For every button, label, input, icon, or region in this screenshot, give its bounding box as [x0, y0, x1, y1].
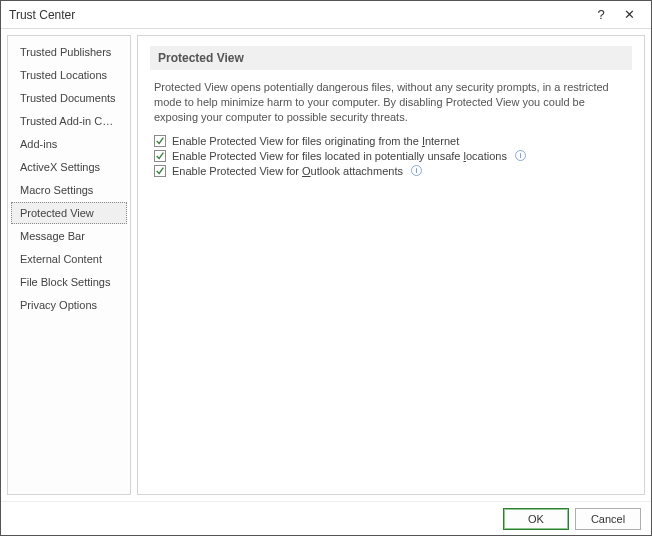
section-header: Protected View — [150, 46, 632, 70]
sidebar: Trusted PublishersTrusted LocationsTrust… — [7, 35, 131, 495]
help-button[interactable]: ? — [587, 1, 615, 29]
option-row-1: Enable Protected View for files located … — [154, 150, 628, 162]
titlebar: Trust Center ? ✕ — [1, 1, 651, 29]
help-icon: ? — [597, 7, 604, 22]
sidebar-item-trusted-add-in-catalogs[interactable]: Trusted Add-in Catalogs — [11, 110, 127, 132]
option-checkbox-1[interactable] — [154, 150, 166, 162]
dialog-body: Trusted PublishersTrusted LocationsTrust… — [1, 29, 651, 501]
cancel-button[interactable]: Cancel — [575, 508, 641, 530]
sidebar-item-trusted-publishers[interactable]: Trusted Publishers — [11, 41, 127, 63]
window-title: Trust Center — [9, 8, 587, 22]
sidebar-item-message-bar[interactable]: Message Bar — [11, 225, 127, 247]
info-icon[interactable]: i — [411, 165, 422, 176]
option-checkbox-0[interactable] — [154, 135, 166, 147]
section-description: Protected View opens potentially dangero… — [154, 80, 628, 125]
sidebar-item-external-content[interactable]: External Content — [11, 248, 127, 270]
option-row-0: Enable Protected View for files originat… — [154, 135, 628, 147]
close-icon: ✕ — [624, 7, 635, 22]
sidebar-item-trusted-locations[interactable]: Trusted Locations — [11, 64, 127, 86]
option-row-2: Enable Protected View for Outlook attach… — [154, 165, 628, 177]
options-group: Enable Protected View for files originat… — [150, 135, 632, 177]
option-label-0[interactable]: Enable Protected View for files originat… — [172, 135, 459, 147]
footer: OK Cancel — [1, 501, 651, 535]
ok-button[interactable]: OK — [503, 508, 569, 530]
sidebar-item-macro-settings[interactable]: Macro Settings — [11, 179, 127, 201]
sidebar-item-privacy-options[interactable]: Privacy Options — [11, 294, 127, 316]
sidebar-item-trusted-documents[interactable]: Trusted Documents — [11, 87, 127, 109]
info-icon[interactable]: i — [515, 150, 526, 161]
sidebar-item-add-ins[interactable]: Add-ins — [11, 133, 127, 155]
option-label-2[interactable]: Enable Protected View for Outlook attach… — [172, 165, 403, 177]
trust-center-window: Trust Center ? ✕ Trusted PublishersTrust… — [0, 0, 652, 536]
sidebar-item-file-block-settings[interactable]: File Block Settings — [11, 271, 127, 293]
sidebar-item-activex-settings[interactable]: ActiveX Settings — [11, 156, 127, 178]
sidebar-item-protected-view[interactable]: Protected View — [11, 202, 127, 224]
content-pane: Protected View Protected View opens pote… — [137, 35, 645, 495]
option-checkbox-2[interactable] — [154, 165, 166, 177]
close-button[interactable]: ✕ — [615, 1, 643, 29]
option-label-1[interactable]: Enable Protected View for files located … — [172, 150, 507, 162]
